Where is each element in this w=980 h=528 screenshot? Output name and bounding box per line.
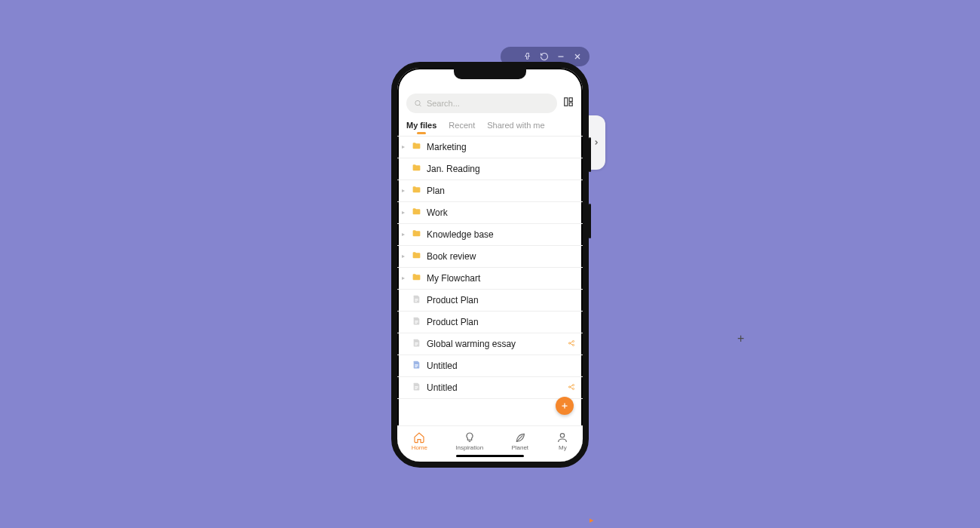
list-item[interactable]: ▸Work bbox=[397, 202, 583, 224]
tab-shared[interactable]: Shared with me bbox=[487, 121, 544, 134]
list-item[interactable]: Product Plan bbox=[397, 312, 583, 333]
nav-my[interactable]: My bbox=[556, 431, 568, 451]
list-item[interactable]: ▸Plan bbox=[397, 180, 583, 202]
tab-recent[interactable]: Recent bbox=[449, 121, 475, 134]
list-item[interactable]: ▸My Flowchart bbox=[397, 268, 583, 290]
search-box[interactable] bbox=[406, 94, 557, 113]
svg-line-17 bbox=[570, 387, 572, 388]
document-icon bbox=[411, 360, 422, 372]
phone-side-button bbox=[589, 204, 591, 238]
phone-home-bar bbox=[456, 455, 524, 457]
document-icon bbox=[411, 294, 422, 306]
svg-line-4 bbox=[419, 105, 421, 106]
svg-rect-5 bbox=[565, 98, 568, 106]
user-icon bbox=[556, 431, 568, 444]
item-label: Marketing bbox=[427, 142, 575, 152]
document-icon bbox=[411, 382, 422, 394]
list-item[interactable]: Untitled bbox=[397, 377, 583, 399]
cursor-plus-icon: + bbox=[737, 332, 744, 345]
expand-caret-icon[interactable]: ▸ bbox=[400, 210, 406, 216]
folder-icon bbox=[411, 207, 422, 219]
nav-planet[interactable]: Planet bbox=[511, 431, 528, 451]
bulb-icon bbox=[464, 431, 476, 444]
item-label: My Flowchart bbox=[427, 273, 575, 284]
tab-my-files[interactable]: My files bbox=[406, 121, 436, 134]
nav-label: Home bbox=[412, 444, 427, 451]
item-label: Book review bbox=[427, 251, 575, 262]
file-tabs: My files Recent Shared with me bbox=[397, 119, 583, 134]
nav-inspiration[interactable]: Inspiration bbox=[455, 431, 483, 451]
list-item[interactable]: Untitled bbox=[397, 355, 583, 377]
nav-label: My bbox=[559, 444, 567, 451]
folder-icon bbox=[411, 185, 422, 197]
folder-icon bbox=[411, 272, 422, 284]
document-icon bbox=[411, 316, 422, 328]
list-item[interactable]: ▸Book review bbox=[397, 246, 583, 268]
item-label: Product Plan bbox=[427, 295, 575, 305]
nav-label: Planet bbox=[511, 444, 528, 451]
list-item[interactable]: ▸Marketing bbox=[397, 137, 583, 158]
list-item[interactable]: ▸Knowledge base bbox=[397, 224, 583, 246]
svg-rect-6 bbox=[569, 98, 572, 102]
file-list: ▸MarketingJan. Reading▸Plan▸Work▸Knowled… bbox=[397, 136, 583, 425]
expand-caret-icon[interactable]: ▸ bbox=[400, 188, 406, 194]
item-label: Work bbox=[427, 207, 575, 218]
folder-icon bbox=[411, 229, 422, 241]
item-label: Product Plan bbox=[427, 317, 575, 327]
undo-icon[interactable] bbox=[540, 52, 549, 61]
svg-rect-7 bbox=[569, 103, 572, 106]
nav-label: Inspiration bbox=[455, 444, 483, 451]
svg-point-3 bbox=[415, 100, 420, 105]
folder-icon bbox=[411, 163, 422, 175]
folder-icon bbox=[411, 141, 422, 153]
chevron-right-icon bbox=[593, 139, 600, 146]
folder-icon bbox=[411, 250, 422, 262]
home-icon bbox=[413, 431, 425, 444]
app-screen: My files Recent Shared with me ▸Marketin… bbox=[397, 68, 583, 462]
orange-marker: ▸ bbox=[590, 515, 594, 525]
share-icon bbox=[566, 382, 575, 393]
item-label: Plan bbox=[427, 186, 575, 196]
expand-caret-icon[interactable]: ▸ bbox=[400, 144, 406, 150]
list-item[interactable]: Jan. Reading bbox=[397, 158, 583, 180]
leaf-icon bbox=[514, 431, 526, 444]
search-icon bbox=[414, 99, 422, 108]
svg-line-12 bbox=[570, 343, 572, 345]
search-input[interactable] bbox=[427, 99, 550, 108]
item-label: Knowledge base bbox=[427, 229, 575, 240]
close-icon[interactable] bbox=[573, 52, 582, 61]
item-label: Untitled bbox=[427, 382, 562, 393]
item-label: Jan. Reading bbox=[427, 164, 575, 174]
list-item[interactable]: Global warming essay bbox=[397, 333, 583, 355]
add-fab[interactable] bbox=[556, 397, 574, 415]
plus-icon bbox=[560, 401, 569, 410]
expand-caret-icon[interactable]: ▸ bbox=[400, 275, 406, 281]
phone-frame: My files Recent Shared with me ▸Marketin… bbox=[391, 62, 589, 468]
expand-caret-icon[interactable]: ▸ bbox=[400, 253, 406, 259]
document-icon bbox=[411, 338, 422, 350]
pin-icon[interactable] bbox=[523, 52, 532, 61]
phone-side-button bbox=[589, 137, 591, 172]
minimize-icon[interactable] bbox=[556, 52, 565, 61]
nav-home[interactable]: Home bbox=[412, 431, 427, 451]
item-label: Untitled bbox=[427, 361, 575, 371]
svg-line-11 bbox=[570, 342, 572, 343]
svg-line-16 bbox=[570, 385, 572, 387]
list-item[interactable]: Product Plan bbox=[397, 290, 583, 312]
item-label: Global warming essay bbox=[427, 339, 562, 349]
share-icon bbox=[566, 339, 575, 349]
layout-toggle-icon[interactable] bbox=[563, 97, 574, 110]
svg-point-21 bbox=[561, 433, 565, 437]
expand-caret-icon[interactable]: ▸ bbox=[400, 232, 406, 238]
